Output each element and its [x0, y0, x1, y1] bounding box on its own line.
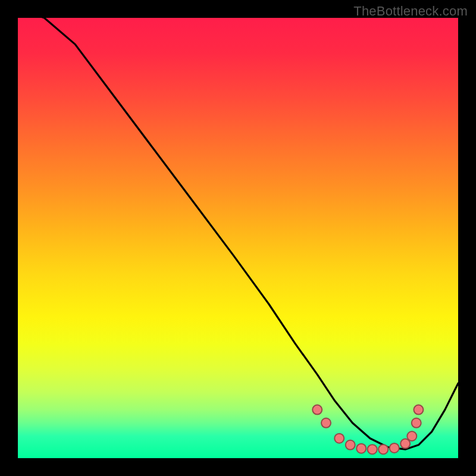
highlight-dots [312, 405, 423, 455]
highlight-dot [414, 405, 423, 415]
highlight-dot [334, 434, 344, 443]
plot-area [18, 18, 458, 458]
highlight-dot [321, 418, 331, 428]
highlight-dot [356, 444, 366, 453]
bottleneck-curve [18, 18, 458, 449]
highlight-dot [407, 431, 416, 441]
highlight-dot [412, 418, 421, 428]
highlight-dot [368, 444, 377, 454]
highlight-dot [378, 444, 388, 454]
chart-frame: TheBottleneck.com [0, 0, 476, 476]
watermark-text: TheBottleneck.com [353, 4, 468, 19]
highlight-dot [346, 440, 355, 450]
highlight-dot [312, 405, 322, 415]
curve-layer [18, 18, 458, 458]
highlight-dot [390, 443, 399, 453]
